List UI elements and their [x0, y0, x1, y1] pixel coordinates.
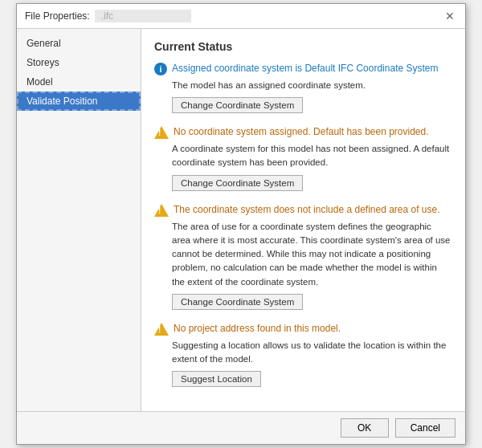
status-label-1: No coordinate system assigned. Default h…	[174, 126, 429, 137]
sidebar-item-storeys[interactable]: Storeys	[17, 53, 141, 72]
cancel-button[interactable]: Cancel	[395, 418, 455, 438]
status-block-1: No coordinate system assigned. Default h…	[154, 126, 452, 191]
warn-icon-1	[154, 126, 169, 139]
title-label: File Properties:	[25, 10, 90, 22]
status-label-2: The coordinate system does not include a…	[174, 204, 440, 215]
info-icon-0: i	[154, 63, 167, 75]
title-filename: .ifc	[95, 10, 191, 22]
status-label-0: Assigned coordinate system is Default IF…	[172, 63, 438, 74]
main-content: Current Status i Assigned coordinate sys…	[141, 29, 465, 412]
status-header-1: No coordinate system assigned. Default h…	[154, 126, 452, 139]
warn-icon-2	[154, 204, 169, 217]
ok-button[interactable]: OK	[341, 418, 389, 438]
status-header-0: i Assigned coordinate system is Default …	[154, 63, 452, 75]
warn-icon-3	[154, 323, 169, 336]
status-desc-2: The area of use for a coordinate system …	[172, 220, 452, 289]
status-desc-1: A coordinate system for this model has n…	[172, 142, 452, 170]
dialog-window: File Properties: .ifc ✕ General Storeys …	[16, 3, 466, 446]
status-header-3: No project address found in this model.	[154, 323, 452, 336]
sidebar: General Storeys Model Validate Position	[17, 29, 141, 412]
close-button[interactable]: ✕	[443, 9, 457, 23]
suggest-location-btn[interactable]: Suggest Location	[172, 371, 261, 387]
status-block-3: No project address found in this model. …	[154, 323, 452, 388]
sidebar-item-model[interactable]: Model	[17, 72, 141, 92]
status-label-3: No project address found in this model.	[174, 323, 341, 334]
sidebar-item-validate-position[interactable]: Validate Position	[17, 92, 141, 111]
status-block-2: The coordinate system does not include a…	[154, 204, 452, 310]
dialog-footer: OK Cancel	[17, 411, 465, 444]
change-coord-btn-2[interactable]: Change Coordinate System	[172, 294, 303, 310]
change-coord-btn-0[interactable]: Change Coordinate System	[172, 97, 303, 113]
status-block-0: i Assigned coordinate system is Default …	[154, 63, 452, 113]
status-desc-3: Suggesting a location allows us to valid…	[172, 339, 452, 367]
title-bar: File Properties: .ifc ✕	[17, 4, 465, 29]
sidebar-item-general[interactable]: General	[17, 34, 141, 53]
title-bar-left: File Properties: .ifc	[25, 10, 191, 22]
section-title: Current Status	[154, 40, 452, 53]
dialog-body: General Storeys Model Validate Position …	[17, 29, 465, 412]
change-coord-btn-1[interactable]: Change Coordinate System	[172, 175, 303, 191]
status-desc-0: The model has an assigned coordinate sys…	[172, 79, 452, 92]
status-header-2: The coordinate system does not include a…	[154, 204, 452, 217]
